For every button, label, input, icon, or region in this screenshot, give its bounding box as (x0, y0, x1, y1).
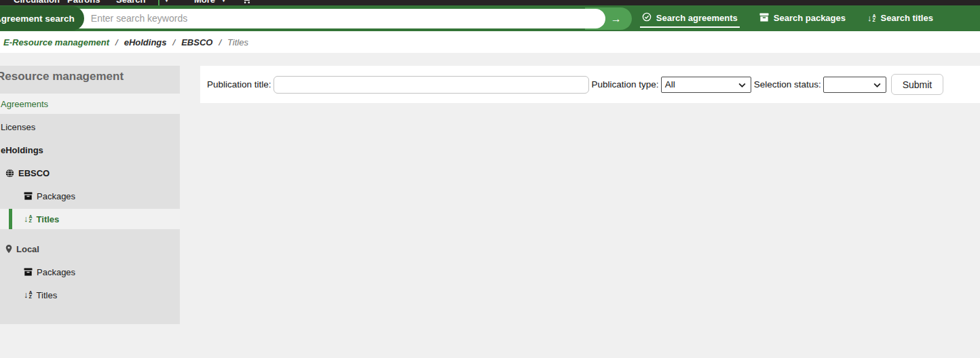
breadcrumb-eholdings-link[interactable]: eHoldings (124, 37, 167, 47)
top-nav-bar: Circulation Patrons Search ▾ More ▾ (0, 0, 980, 5)
nav-divider (158, 0, 159, 5)
active-item-marker (9, 209, 12, 229)
check-circle-icon (642, 12, 652, 24)
chevron-down-icon (738, 79, 746, 90)
breadcrumb-separator: / (115, 37, 118, 47)
search-titles-label: Search titles (881, 13, 933, 23)
sidebar-item-ebsco-packages[interactable]: Packages (0, 186, 180, 206)
sidebar-gap (0, 232, 180, 239)
search-titles-link[interactable]: ↓ AZ Search titles (865, 9, 935, 27)
publication-title-input[interactable] (274, 76, 589, 94)
sidebar-item-ebsco[interactable]: EBSCO (0, 163, 180, 183)
sidebar-item-ebsco-titles[interactable]: ↓ AZ Titles (0, 209, 180, 229)
erm-sidebar: E-Resource management Agreements License… (0, 66, 180, 324)
archive-icon (24, 268, 33, 276)
sort-alpha-down-icon: ↓ AZ (24, 291, 33, 299)
sort-alpha-down-icon: ↓ AZ (867, 14, 876, 22)
cart-icon[interactable] (241, 0, 251, 5)
breadcrumb-ebsco-link[interactable]: EBSCO (181, 37, 212, 47)
more-dropdown-caret-icon[interactable]: ▾ (222, 0, 225, 5)
publication-type-select[interactable]: All (661, 77, 751, 93)
sidebar-item-local-packages[interactable]: Packages (0, 262, 180, 282)
breadcrumb-separator: / (219, 37, 221, 47)
search-scope-links: Search agreements Search packages ↓ AZ S… (640, 9, 935, 28)
breadcrumb-separator: / (173, 37, 176, 47)
nav-item-circulation[interactable]: Circulation (14, 0, 60, 5)
breadcrumb: E-Resource management / eHoldings / EBSC… (0, 31, 980, 53)
globe-icon (5, 169, 14, 178)
titles-search-panel: Publication title: Publication type: All… (200, 66, 980, 103)
sidebar-header: E-Resource management (0, 66, 180, 87)
agreement-search-tab[interactable]: Agreement search (0, 6, 84, 31)
chevron-down-icon (873, 79, 881, 90)
sidebar-item-local[interactable]: Local (0, 239, 180, 259)
search-dropdown-caret-icon[interactable]: ▾ (165, 0, 168, 5)
publication-type-label: Publication type: (592, 79, 659, 90)
selection-status-select[interactable] (823, 77, 886, 93)
breadcrumb-current-page: Titles (227, 37, 248, 47)
global-search-bar: Agreement search → Search agreements Sea… (0, 5, 980, 31)
archive-icon (759, 13, 769, 24)
search-packages-link[interactable]: Search packages (757, 9, 848, 28)
sidebar-item-licenses[interactable]: Licenses (0, 117, 180, 137)
sidebar-item-agreements[interactable]: Agreements (0, 94, 180, 114)
breadcrumb-erm-link[interactable]: E-Resource management (3, 37, 109, 47)
nav-item-more[interactable]: More (194, 0, 215, 5)
search-keywords-input[interactable] (75, 9, 605, 28)
selection-status-label: Selection status: (754, 79, 821, 90)
sidebar-item-local-titles[interactable]: ↓ AZ Titles (0, 285, 180, 305)
nav-item-search[interactable]: Search (116, 0, 145, 5)
submit-button[interactable]: Submit (891, 74, 944, 95)
search-packages-label: Search packages (774, 13, 846, 23)
archive-icon (24, 192, 33, 200)
sort-alpha-down-icon: ↓ AZ (24, 215, 33, 223)
nav-item-patrons[interactable]: Patrons (67, 0, 100, 5)
map-pin-icon (5, 244, 12, 254)
search-agreements-label: Search agreements (656, 13, 738, 23)
search-agreements-link[interactable]: Search agreements (640, 9, 740, 28)
sidebar-item-eholdings[interactable]: eHoldings (0, 140, 180, 160)
publication-title-label: Publication title: (207, 79, 271, 90)
